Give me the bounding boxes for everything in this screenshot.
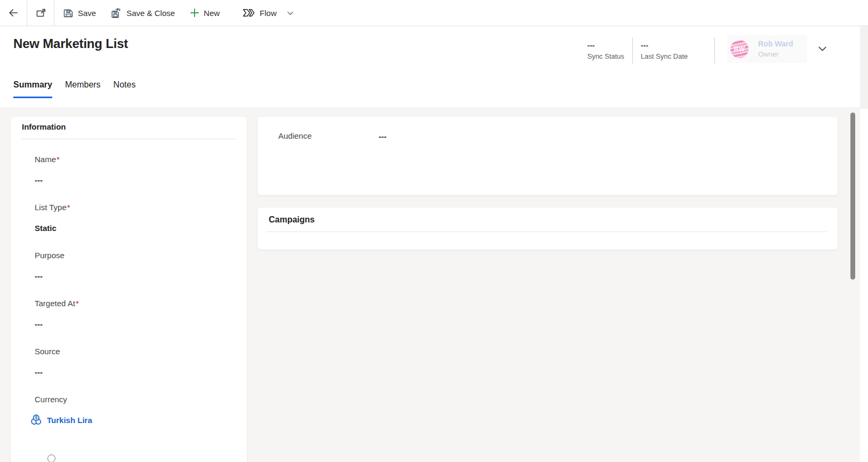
last-sync-date-value[interactable]: --- [641,41,688,50]
information-fields: Name* --- List Type* Static Purpose --- … [11,139,247,442]
field-source-label-row: Source [35,346,247,357]
field-currency-label: Currency [35,395,67,404]
new-button[interactable]: New [182,0,227,26]
header-divider [632,37,633,64]
owner-text: Rob Ward Owner [758,39,793,59]
audience-field: Audience [258,117,838,141]
power-automate-flow-icon [242,7,255,19]
sync-status-label: Sync Status [587,52,624,61]
save-and-close-button[interactable]: Save & Close [103,0,182,26]
field-targeted-at-label: Targeted At [35,299,75,308]
form-body: Information Name* --- List Type* Static … [0,109,868,462]
form-tabs: Summary Members Notes [13,80,148,98]
audience-label: Audience [278,131,312,141]
campaigns-section: Campaigns [258,208,838,250]
tab-summary[interactable]: Summary [13,80,52,98]
form-header: New Marketing List --- Sync Status --- L… [0,26,868,108]
owner-field[interactable]: RW Rob Ward Owner [727,35,807,63]
field-currency-label-row: Currency [35,394,247,405]
field-purpose-value[interactable]: --- [35,271,247,282]
avatar: RW [730,40,749,58]
last-sync-date-label: Last Sync Date [641,52,688,61]
save-button[interactable]: Save [56,0,103,26]
header-summary-fields: --- Sync Status --- Last Sync Date RW Ro… [587,41,828,64]
floppy-disk-arrow-icon [111,7,122,19]
field-source: Source --- [35,346,247,394]
sync-status-field: --- Sync Status [587,41,624,61]
open-in-new-window-icon [35,7,46,19]
flow-button[interactable]: Flow [235,0,302,26]
back-button[interactable] [0,0,27,26]
arrow-left-icon [7,7,19,19]
flow-label: Flow [260,9,277,18]
plus-icon [190,8,199,18]
field-list-type-label-row: List Type* [35,202,247,213]
field-targeted-at: Targeted At* --- [35,298,247,346]
field-purpose-label-row: Purpose [35,250,247,261]
save-and-close-label: Save & Close [126,9,175,18]
page-title: New Marketing List [13,36,128,51]
last-sync-date-field: --- Last Sync Date [641,41,688,61]
information-section-title: Information [22,122,247,131]
section-divider [267,232,827,232]
tab-notes[interactable]: Notes [114,80,136,98]
audience-value[interactable]: --- [379,132,387,141]
field-name-label: Name [35,155,56,164]
field-name-value[interactable]: --- [35,175,247,186]
owner-name: Rob Ward [758,39,793,49]
header-divider [714,37,715,64]
coins-currency-icon: $ [30,414,42,426]
command-group: Save Save & Close [56,0,302,26]
required-asterisk: * [57,155,60,164]
svg-text:$: $ [35,415,37,420]
new-label: New [204,9,220,18]
field-list-type-label: List Type [35,203,67,212]
clipped-field-icon [47,455,55,462]
field-source-value[interactable]: --- [35,367,247,378]
chevron-down-icon [286,9,294,17]
information-section: Information Name* --- List Type* Static … [11,117,247,462]
field-name: Name* --- [35,154,247,202]
field-purpose-label: Purpose [35,251,65,260]
currency-lookup-link: Turkish Lira [47,416,92,425]
field-name-label-row: Name* [35,154,247,165]
owner-label: Owner [758,50,793,59]
command-bar: Save Save & Close [0,0,868,26]
required-asterisk: * [76,299,79,308]
field-source-label: Source [35,347,60,356]
sync-status-value[interactable]: --- [587,41,624,50]
campaigns-section-title: Campaigns [269,215,838,225]
field-targeted-at-value[interactable]: --- [35,319,247,330]
field-currency-value[interactable]: $ Turkish Lira [30,414,247,426]
open-in-new-window-button[interactable] [27,0,54,26]
right-edge-strip [860,109,868,462]
floppy-disk-icon [63,8,74,18]
required-asterisk: * [67,203,70,212]
save-label: Save [78,9,96,18]
field-list-type-value[interactable]: Static [35,223,247,234]
field-targeted-at-label-row: Targeted At* [35,298,247,309]
header-expand-chevron[interactable] [817,43,828,54]
field-list-type: List Type* Static [35,202,247,250]
vertical-scrollbar[interactable] [850,113,855,280]
marketing-list-form-page: Save Save & Close [0,0,868,462]
audience-section: Audience --- [258,117,838,195]
right-edge-strip [860,26,868,109]
field-purpose: Purpose --- [35,250,247,298]
tab-members[interactable]: Members [65,80,101,98]
toolbar-divider [54,0,54,26]
field-currency: Currency $ Turkish Lira [35,394,247,442]
